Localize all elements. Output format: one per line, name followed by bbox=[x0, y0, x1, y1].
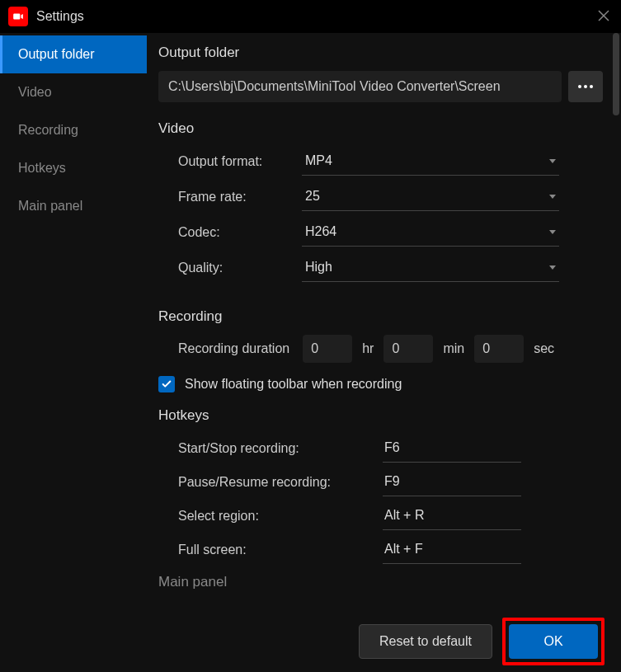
browse-button[interactable] bbox=[568, 71, 603, 102]
close-icon bbox=[598, 10, 609, 21]
sidebar-item-main-panel[interactable]: Main panel bbox=[0, 187, 147, 225]
quality-label: Quality: bbox=[178, 261, 302, 275]
reset-button-label: Reset to default bbox=[379, 634, 472, 649]
reset-button[interactable]: Reset to default bbox=[359, 624, 492, 659]
camera-icon bbox=[12, 11, 24, 22]
sidebar-item-label: Recording bbox=[18, 123, 78, 138]
sidebar-item-label: Hotkeys bbox=[18, 161, 66, 176]
floating-toolbar-label: Show floating toolbar when recording bbox=[185, 377, 402, 392]
hotkey-full-screen-field[interactable]: Alt + F bbox=[383, 535, 521, 564]
output-format-select[interactable]: MP4 bbox=[302, 147, 559, 176]
chevron-down-icon bbox=[549, 266, 556, 270]
sidebar-item-label: Video bbox=[18, 85, 52, 100]
sidebar-item-label: Output folder bbox=[18, 47, 95, 62]
recording-duration-row: Recording duration hr min sec bbox=[158, 335, 603, 363]
hotkey-start-stop-label: Start/Stop recording: bbox=[178, 441, 383, 456]
section-recording: Recording bbox=[158, 308, 603, 325]
footer: Reset to default OK bbox=[0, 610, 621, 672]
hotkey-select-region-field[interactable]: Alt + R bbox=[383, 501, 521, 530]
codec-label: Codec: bbox=[178, 225, 302, 240]
frame-rate-label: Frame rate: bbox=[178, 190, 302, 204]
sidebar: Output folder Video Recording Hotkeys Ma… bbox=[0, 33, 147, 610]
sidebar-item-recording[interactable]: Recording bbox=[0, 111, 147, 149]
sec-unit: sec bbox=[534, 341, 554, 356]
hr-unit: hr bbox=[362, 341, 374, 356]
codec-select[interactable]: H264 bbox=[302, 218, 559, 247]
app-icon bbox=[8, 7, 28, 26]
quality-select[interactable]: High bbox=[302, 253, 559, 282]
hotkey-pause-resume-label: Pause/Resume recording: bbox=[178, 475, 383, 490]
output-format-row: Output format: MP4 bbox=[158, 147, 603, 176]
ellipsis-icon bbox=[578, 85, 593, 88]
hotkey-full-screen-label: Full screen: bbox=[178, 543, 383, 557]
output-format-value: MP4 bbox=[305, 153, 332, 168]
hotkey-pause-resume-field[interactable]: F9 bbox=[383, 468, 521, 496]
sidebar-item-video[interactable]: Video bbox=[0, 73, 147, 111]
frame-rate-select[interactable]: 25 bbox=[302, 182, 559, 211]
codec-value: H264 bbox=[305, 224, 336, 239]
chevron-down-icon bbox=[549, 195, 556, 199]
output-folder-input[interactable] bbox=[158, 71, 562, 102]
chevron-down-icon bbox=[549, 230, 556, 234]
section-hotkeys: Hotkeys bbox=[158, 407, 603, 424]
floating-toolbar-row: Show floating toolbar when recording bbox=[158, 376, 603, 392]
quality-row: Quality: High bbox=[158, 253, 603, 282]
hotkey-start-stop-field[interactable]: F6 bbox=[383, 434, 521, 463]
recording-duration-label: Recording duration bbox=[178, 341, 289, 356]
section-output-folder: Output folder bbox=[158, 45, 603, 61]
sidebar-item-label: Main panel bbox=[18, 199, 82, 214]
quality-value: High bbox=[305, 260, 332, 275]
ok-button-label: OK bbox=[543, 634, 562, 649]
sidebar-item-hotkeys[interactable]: Hotkeys bbox=[0, 149, 147, 187]
section-video: Video bbox=[158, 120, 603, 137]
body-area: Output folder Video Recording Hotkeys Ma… bbox=[0, 33, 621, 610]
output-folder-row bbox=[158, 71, 603, 102]
content-panel: Output folder Video Output format: MP4 F… bbox=[147, 33, 621, 610]
close-button[interactable] bbox=[598, 8, 609, 26]
window-title: Settings bbox=[36, 9, 84, 24]
sidebar-item-output-folder[interactable]: Output folder bbox=[0, 35, 147, 73]
frame-rate-row: Frame rate: 25 bbox=[158, 182, 603, 211]
scrollbar-thumb[interactable] bbox=[613, 33, 619, 115]
frame-rate-value: 25 bbox=[305, 189, 320, 204]
hotkey-select-region-row: Select region: Alt + R bbox=[158, 501, 603, 530]
hotkey-pause-resume-row: Pause/Resume recording: F9 bbox=[158, 468, 603, 496]
output-format-label: Output format: bbox=[178, 154, 302, 169]
hotkey-full-screen-row: Full screen: Alt + F bbox=[158, 535, 603, 564]
duration-hr-input[interactable] bbox=[303, 335, 352, 363]
min-unit: min bbox=[443, 341, 464, 356]
duration-min-input[interactable] bbox=[383, 335, 433, 363]
duration-sec-input[interactable] bbox=[474, 335, 524, 363]
ok-highlight: OK bbox=[502, 618, 605, 665]
section-main-panel-partial: Main panel bbox=[158, 574, 603, 590]
hotkey-start-stop-row: Start/Stop recording: F6 bbox=[158, 434, 603, 463]
hotkey-select-region-label: Select region: bbox=[178, 509, 383, 524]
floating-toolbar-checkbox[interactable] bbox=[158, 376, 175, 392]
codec-row: Codec: H264 bbox=[158, 218, 603, 247]
ok-button[interactable]: OK bbox=[509, 624, 598, 659]
chevron-down-icon bbox=[549, 159, 556, 163]
check-icon bbox=[161, 378, 172, 390]
titlebar: Settings bbox=[0, 0, 621, 33]
